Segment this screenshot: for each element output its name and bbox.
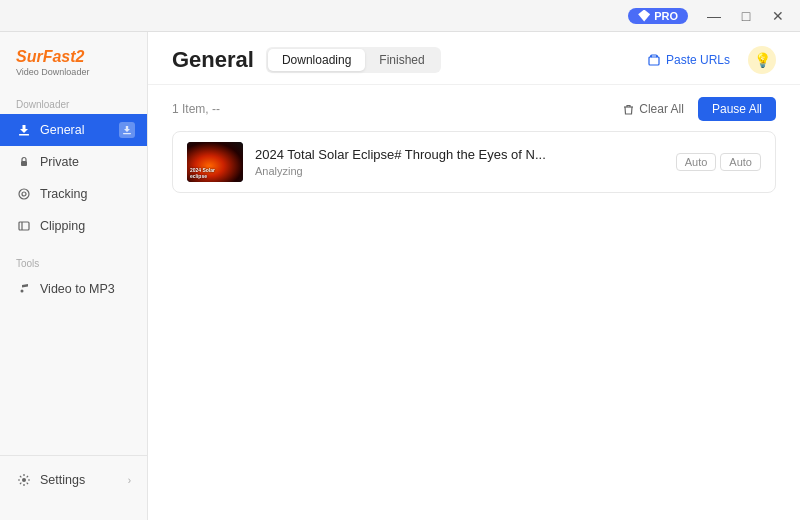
svg-point-4 <box>22 192 26 196</box>
tab-group: Downloading Finished <box>266 47 441 73</box>
sidebar-item-video-to-mp3-label: Video to MP3 <box>40 282 115 296</box>
thumbnail-overlay-text: 2024 Solareclipse <box>190 168 215 179</box>
trash-icon <box>622 103 635 116</box>
sidebar-item-tracking-label: Tracking <box>40 187 87 201</box>
main-header-right: Paste URLs 💡 <box>639 46 776 74</box>
svg-point-7 <box>22 478 26 482</box>
paste-urls-button[interactable]: Paste URLs <box>639 49 738 71</box>
title-bar-controls: PRO — □ ✕ <box>628 6 792 26</box>
music-icon <box>16 281 32 297</box>
minimize-button[interactable]: — <box>700 6 728 26</box>
svg-rect-5 <box>19 222 29 230</box>
item-info: 2024 Total Solar Eclipse# Through the Ey… <box>255 147 664 177</box>
logo: SurFast2 Video Downloader <box>0 48 147 93</box>
sidebar-bottom: Settings › <box>0 455 147 504</box>
sidebar: SurFast2 Video Downloader Downloader Gen… <box>0 32 148 520</box>
svg-rect-2 <box>21 161 27 166</box>
svg-rect-0 <box>19 134 29 136</box>
download-item: 2024 Solareclipse 2024 Total Solar Eclip… <box>172 131 776 193</box>
pro-badge[interactable]: PRO <box>628 8 688 24</box>
logo-subtitle: Video Downloader <box>16 67 131 77</box>
sidebar-item-clipping-label: Clipping <box>40 219 85 233</box>
download-badge-icon <box>119 122 135 138</box>
app-body: SurFast2 Video Downloader Downloader Gen… <box>0 32 800 520</box>
sidebar-item-private-label: Private <box>40 155 79 169</box>
content-area: 1 Item, -- Clear All Pause All <box>148 85 800 520</box>
gear-icon <box>16 472 32 488</box>
thumbnail-image: 2024 Solareclipse <box>187 142 243 182</box>
page-title: General <box>172 47 254 73</box>
settings-left: Settings <box>16 472 85 488</box>
svg-rect-8 <box>651 55 657 57</box>
sidebar-item-general-label: General <box>40 123 84 137</box>
logo-title: SurFast2 <box>16 48 131 66</box>
close-button[interactable]: ✕ <box>764 6 792 26</box>
badge-format[interactable]: Auto <box>720 153 761 171</box>
tab-downloading[interactable]: Downloading <box>268 49 365 71</box>
thumbnail: 2024 Solareclipse <box>187 142 243 182</box>
pro-label: PRO <box>654 10 678 22</box>
badge-quality[interactable]: Auto <box>676 153 717 171</box>
title-bar: PRO — □ ✕ <box>0 0 800 32</box>
item-title: 2024 Total Solar Eclipse# Through the Ey… <box>255 147 655 162</box>
downloader-section-label: Downloader <box>0 93 147 114</box>
settings-label: Settings <box>40 473 85 487</box>
clipping-icon <box>16 218 32 234</box>
sidebar-item-private[interactable]: Private <box>0 146 147 178</box>
download-icon <box>16 122 32 138</box>
tracking-icon <box>16 186 32 202</box>
maximize-button[interactable]: □ <box>732 6 760 26</box>
clear-all-label: Clear All <box>639 102 684 116</box>
item-badges: Auto Auto <box>676 153 761 171</box>
lightbulb-button[interactable]: 💡 <box>748 46 776 74</box>
main-content: General Downloading Finished Paste URLs … <box>148 32 800 520</box>
items-info-bar: 1 Item, -- Clear All Pause All <box>172 97 776 121</box>
chevron-right-icon: › <box>128 475 131 486</box>
svg-rect-1 <box>123 133 131 134</box>
main-header-left: General Downloading Finished <box>172 47 441 73</box>
tab-finished[interactable]: Finished <box>365 49 438 71</box>
logo-number: 2 <box>76 48 85 65</box>
paste-urls-label: Paste URLs <box>666 53 730 67</box>
logo-name: SurFast <box>16 48 76 65</box>
sidebar-item-video-to-mp3[interactable]: Video to MP3 <box>0 273 147 305</box>
sidebar-item-clipping[interactable]: Clipping <box>0 210 147 242</box>
clipboard-icon <box>647 53 661 67</box>
items-count: 1 Item, -- <box>172 102 220 116</box>
clear-all-button[interactable]: Clear All <box>616 98 690 120</box>
tools-section-label: Tools <box>0 252 147 273</box>
item-status: Analyzing <box>255 165 664 177</box>
svg-point-3 <box>19 189 29 199</box>
lock-icon <box>16 154 32 170</box>
main-header: General Downloading Finished Paste URLs … <box>148 32 800 85</box>
lightbulb-icon: 💡 <box>754 52 771 68</box>
sidebar-item-settings[interactable]: Settings › <box>0 464 147 496</box>
sidebar-item-tracking[interactable]: Tracking <box>0 178 147 210</box>
sidebar-item-general[interactable]: General <box>0 114 147 146</box>
pause-all-button[interactable]: Pause All <box>698 97 776 121</box>
diamond-icon <box>638 10 650 22</box>
action-buttons: Clear All Pause All <box>616 97 776 121</box>
